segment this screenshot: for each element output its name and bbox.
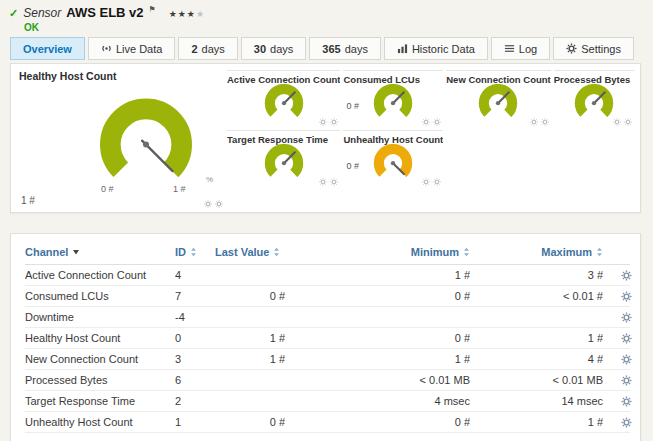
mini-gauge-active-connection-count[interactable]: Active Connection Count xyxy=(227,70,340,130)
channel-settings-icon[interactable] xyxy=(621,312,632,323)
gauge-settings-icon[interactable] xyxy=(330,118,338,126)
channel-id: 0 xyxy=(175,332,215,344)
column-label: ID xyxy=(175,246,186,258)
table-row[interactable]: Target Response Time 2 4 msec 14 msec xyxy=(25,391,630,412)
tab-365-days[interactable]: 365 days xyxy=(309,37,381,60)
tab-number: 365 xyxy=(322,43,340,55)
tab-settings[interactable]: Settings xyxy=(553,37,634,60)
gauge-options-icon[interactable] xyxy=(422,178,430,186)
channel-settings-icon[interactable] xyxy=(621,291,632,302)
gauge-settings-icon[interactable] xyxy=(433,178,441,186)
tab-number: 2 xyxy=(191,43,197,55)
live-data-icon xyxy=(101,43,112,54)
tab-live-data[interactable]: Live Data xyxy=(88,37,175,60)
column-label: Last Value xyxy=(215,246,269,258)
page-title: AWS ELB v2 xyxy=(66,5,143,20)
channel-settings-icon[interactable] xyxy=(621,270,632,281)
channel-settings-icon[interactable] xyxy=(621,375,632,386)
prtg-sensor-page: { "header": { "status_icon": "✓", "kind_… xyxy=(0,0,653,441)
mini-gauge-grid: Active Connection Count Consumed LCUs 0 … xyxy=(227,70,634,190)
channel-id: 7 xyxy=(175,290,215,302)
channel-last-value: 1 # xyxy=(215,332,285,344)
table-row[interactable]: Active Connection Count 4 1 # 3 # xyxy=(25,265,630,286)
channel-last-value: 0 # xyxy=(215,290,285,302)
mini-gauge-processed-bytes[interactable]: Processed Bytes xyxy=(554,70,634,130)
gauge-options-icon[interactable] xyxy=(613,118,621,126)
column-header-id[interactable]: ID xyxy=(175,246,215,258)
gauge xyxy=(472,84,524,127)
log-icon xyxy=(504,43,515,54)
gauge-options-icon[interactable] xyxy=(530,118,538,126)
column-header-channel[interactable]: Channel xyxy=(25,246,175,258)
sort-icon xyxy=(596,247,603,257)
sort-desc-icon xyxy=(72,248,80,256)
tab-label: days xyxy=(345,43,368,55)
priority-flag-icon[interactable]: ⚑ xyxy=(149,5,156,14)
table-row[interactable]: Unhealthy Host Count 1 0 # 0 # 1 # xyxy=(25,412,630,433)
gauge xyxy=(367,144,419,187)
gauge-settings-icon[interactable] xyxy=(541,118,549,126)
mini-gauge-value: 0 # xyxy=(346,161,359,171)
gauge-toolbar xyxy=(319,178,338,186)
tab-30-days[interactable]: 30 days xyxy=(241,37,307,60)
sort-icon xyxy=(463,247,470,257)
overview-panel: Healthy Host Count 0 # 1 # % 1 # Active … xyxy=(10,63,641,213)
stars-filled: ★★★ xyxy=(169,9,196,19)
mini-gauge-unhealthy-host-count[interactable]: Unhealthy Host Count 0 # xyxy=(343,130,443,190)
gauge-options-icon[interactable] xyxy=(319,178,327,186)
tab-bar: Overview Live Data 2 days 30 days 365 da… xyxy=(10,37,634,60)
table-row[interactable]: New Connection Count 3 1 # 1 # 4 # xyxy=(25,349,630,370)
mini-gauge-new-connection-count[interactable]: New Connection Count xyxy=(446,70,551,130)
gauge xyxy=(367,84,419,127)
tab-log[interactable]: Log xyxy=(491,37,550,60)
channel-minimum: 1 # xyxy=(285,269,470,281)
channel-settings-icon[interactable] xyxy=(621,333,632,344)
column-header-maximum[interactable]: Maximum xyxy=(470,246,603,258)
channel-name: Unhealthy Host Count xyxy=(25,416,175,428)
status-badge: OK xyxy=(24,22,39,33)
channel-minimum: 0 # xyxy=(285,416,470,428)
channel-id: 3 xyxy=(175,353,215,365)
primary-gauge-pane: Healthy Host Count 0 # 1 # % 1 # xyxy=(19,70,225,210)
channel-minimum: 0 # xyxy=(285,290,470,302)
tab-2-days[interactable]: 2 days xyxy=(178,37,237,60)
channel-settings-icon[interactable] xyxy=(621,354,632,365)
channel-name: Healthy Host Count xyxy=(25,332,175,344)
channel-minimum: < 0.01 MB xyxy=(285,374,470,386)
channel-name: Processed Bytes xyxy=(25,374,175,386)
column-header-last-value[interactable]: Last Value xyxy=(215,246,285,258)
settings-icon xyxy=(566,43,577,54)
column-label: Maximum xyxy=(541,246,592,258)
percent-toggle[interactable]: % xyxy=(206,175,213,184)
gauge-current-value: 1 # xyxy=(21,195,35,206)
channel-last-value: 1 # xyxy=(215,353,285,365)
gauge-settings-icon[interactable] xyxy=(330,178,338,186)
object-kind-label: Sensor xyxy=(23,6,61,20)
gauge-settings-icon[interactable] xyxy=(433,118,441,126)
tab-label: Overview xyxy=(23,43,72,55)
mini-gauge-target-response-time[interactable]: Target Response Time xyxy=(227,130,340,190)
gauge-options-icon[interactable] xyxy=(204,200,212,208)
mini-gauge-consumed-lcus[interactable]: Consumed LCUs 0 # xyxy=(343,70,443,130)
tab-historic-data[interactable]: Historic Data xyxy=(384,37,488,60)
column-header-minimum[interactable]: Minimum xyxy=(285,246,470,258)
gauge xyxy=(258,144,310,187)
table-row[interactable]: Downtime -4 xyxy=(25,307,630,328)
gauge-settings-icon[interactable] xyxy=(215,200,223,208)
channel-settings-icon[interactable] xyxy=(621,396,632,407)
channel-last-value: 0 # xyxy=(215,416,285,428)
table-row[interactable]: Processed Bytes 6 < 0.01 MB < 0.01 MB xyxy=(25,370,630,391)
channel-id: 6 xyxy=(175,374,215,386)
table-row[interactable]: Healthy Host Count 0 1 # 0 # 1 # xyxy=(25,328,630,349)
tab-overview[interactable]: Overview xyxy=(10,37,85,60)
channel-maximum: < 0.01 # xyxy=(470,290,603,302)
table-row[interactable]: Consumed LCUs 7 0 # 0 # < 0.01 # xyxy=(25,286,630,307)
gauge-settings-icon[interactable] xyxy=(624,118,632,126)
gauge-options-icon[interactable] xyxy=(319,118,327,126)
channel-settings-icon[interactable] xyxy=(621,417,632,428)
column-label: Minimum xyxy=(411,246,459,258)
priority-stars[interactable]: ★★★★ xyxy=(169,9,205,19)
channel-maximum: 14 msec xyxy=(470,395,603,407)
tab-number: 30 xyxy=(254,43,266,55)
gauge-options-icon[interactable] xyxy=(422,118,430,126)
